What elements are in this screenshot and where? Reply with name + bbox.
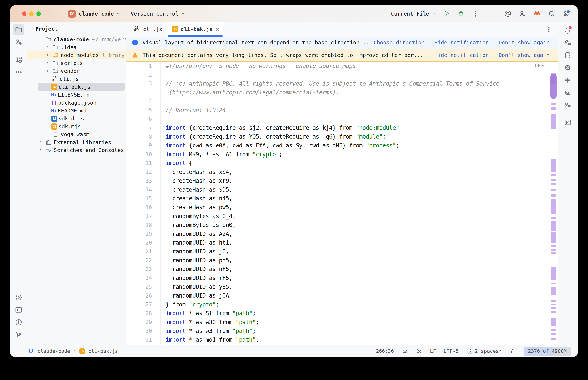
copilot-icon[interactable] [402, 348, 408, 354]
vcs-change-mark [551, 189, 556, 191]
spark-icon[interactable] [533, 10, 541, 18]
chevron-right-icon[interactable] [44, 59, 51, 67]
vcs-change-mark [551, 304, 556, 305]
m-logo-icon[interactable] [562, 117, 573, 128]
run-button[interactable] [442, 10, 450, 18]
tree-item-yoga-wasm[interactable]: yoga.wasm [27, 131, 126, 138]
notifications-icon[interactable] [562, 25, 573, 36]
project-folder-icon[interactable] [13, 24, 24, 35]
tree-item-scratches-and-consoles[interactable]: Scratches and Consoles [27, 146, 126, 154]
chevron-right-icon[interactable] [37, 139, 44, 146]
pencil-slash-icon[interactable] [416, 348, 423, 354]
settings-icon[interactable] [562, 10, 570, 18]
banner-link-choose-direction[interactable]: Choose direction [373, 39, 425, 46]
line-number: 7 [126, 124, 154, 131]
close-icon[interactable]: × [216, 26, 219, 33]
banner-link-hide-notification[interactable]: Hide notification [434, 52, 489, 58]
encoding-indicator[interactable]: UTF-8 [444, 348, 458, 354]
tree-item-cli-bak-js[interactable]: JScli-bak.js [27, 83, 126, 91]
close-window-button[interactable] [22, 12, 26, 16]
tree-indent [44, 83, 51, 91]
line-number: 12 [126, 169, 154, 175]
line-number: 5 [126, 107, 154, 113]
structure-icon[interactable] [13, 54, 24, 65]
pull-requests-icon[interactable]: ? [13, 37, 24, 48]
x-circle-icon[interactable] [562, 62, 573, 73]
inspection-widget[interactable]: OFF [535, 63, 544, 68]
code-line-27: 27} from "crypto"; [126, 300, 558, 309]
chevron-right-icon[interactable] [44, 44, 51, 51]
tab-cli-js[interactable]: 100JScli.js [128, 22, 167, 37]
banner-link-don-t-show-again[interactable]: Don't show again [499, 39, 550, 46]
chevron-right-icon[interactable] [44, 52, 51, 59]
code-line-3: 3// (c) Anthropic PBC. All rights reserv… [126, 79, 558, 88]
tab-options-icon[interactable] [546, 22, 558, 37]
tree-item-external-libraries[interactable]: External Libraries [27, 138, 126, 146]
minimize-window-button[interactable] [29, 12, 34, 16]
scrollbar-error-stripe[interactable] [550, 61, 558, 345]
memory-indicator[interactable]: 2376 of 4900M [524, 347, 571, 356]
svg-text:?: ? [20, 42, 21, 44]
collab-chat-icon[interactable] [562, 99, 573, 111]
tree-item-claude-code[interactable]: claude-code~/.nvm/vers [27, 35, 126, 43]
code-text: createHash as pw5, [154, 204, 232, 211]
line-separator-indicator[interactable]: LF [430, 348, 436, 354]
indent-indicator[interactable]: 2 spaces* [475, 348, 502, 354]
tree-item-vendor[interactable]: vendor [27, 67, 126, 75]
titlebar-actions: Current File [391, 10, 570, 18]
banner-text: This document contains very long lines. … [142, 52, 423, 58]
code-editor[interactable]: 1#!/usr/bin/env -S node --no-warnings --… [126, 61, 558, 345]
project-panel-header[interactable]: Project [27, 23, 126, 35]
chevron-right-icon[interactable] [44, 67, 51, 75]
maximize-window-button[interactable] [36, 12, 41, 16]
version-control-icon[interactable] [13, 329, 24, 340]
breadcrumb-file[interactable]: cli-bak.js [88, 348, 118, 354]
at-icon[interactable] [504, 10, 512, 18]
plugin-icon[interactable] [562, 75, 573, 86]
project-menu[interactable]: claude-code [79, 11, 121, 17]
ai-search-icon[interactable] [562, 37, 573, 49]
more-icon[interactable] [13, 66, 24, 78]
tree-item-cli-js[interactable]: 100JScli.js [27, 75, 126, 83]
tree-item-sdk-d-ts[interactable]: TSsdk.d.ts [27, 115, 126, 122]
tree-item-sdk-mjs[interactable]: JSsdk.mjs [27, 122, 126, 130]
tree-indent [44, 131, 51, 138]
tree-item-package-json[interactable]: {}package.json [27, 99, 126, 107]
more-actions-icon[interactable] [472, 10, 480, 18]
line-number: 19 [126, 230, 154, 237]
tree-item-label: sdk.mjs [59, 123, 81, 130]
terminal-icon[interactable] [13, 304, 24, 316]
tree-item-scripts[interactable]: scripts [27, 59, 126, 67]
lock-open-icon[interactable] [509, 348, 516, 354]
banner-link-don-t-show-again[interactable]: Don't show again [499, 52, 550, 58]
tree-item-idea[interactable]: .idea [27, 43, 126, 51]
tree-item-license-md[interactable]: M↓LICENSE.md [27, 91, 126, 99]
code-text: randomUUID as j0, [154, 248, 229, 255]
js-file-icon: JS [172, 26, 178, 32]
vcs-change-mark [551, 114, 556, 129]
code-line-31: 31import * as mo1 from "path"; [126, 335, 558, 344]
chevron-right-icon[interactable] [37, 147, 44, 154]
notification-badge [568, 26, 572, 30]
chevron-down-icon[interactable] [37, 36, 44, 43]
database-icon[interactable] [562, 50, 573, 61]
search-icon[interactable] [547, 10, 556, 18]
line-number: 31 [126, 337, 154, 343]
vcs-change-mark [551, 252, 556, 254]
breadcrumb-project[interactable]: claude-code [38, 348, 70, 354]
scrollbar-thumb[interactable] [550, 74, 557, 99]
tab-cli-bak-js[interactable]: JScli-bak.js× [167, 22, 224, 37]
tree-item-readme-md[interactable]: M↓README.md [27, 107, 126, 115]
vcs-change-mark [551, 217, 556, 219]
vcs-menu[interactable]: Version control [131, 11, 185, 17]
problems-icon[interactable] [13, 317, 24, 328]
add-user-icon[interactable] [518, 10, 527, 18]
banner-link-hide-notification[interactable]: Hide notification [434, 39, 489, 46]
robot-icon[interactable] [562, 87, 573, 98]
run-configuration-selector[interactable]: Current File [391, 11, 436, 17]
run-icon[interactable] [13, 292, 24, 303]
tree-item-node-modules[interactable]: node_moduleslibrary [27, 51, 126, 59]
debug-button[interactable] [457, 10, 465, 18]
caret-position[interactable]: 266:36 [376, 348, 394, 354]
vcs-change-mark [551, 103, 556, 105]
